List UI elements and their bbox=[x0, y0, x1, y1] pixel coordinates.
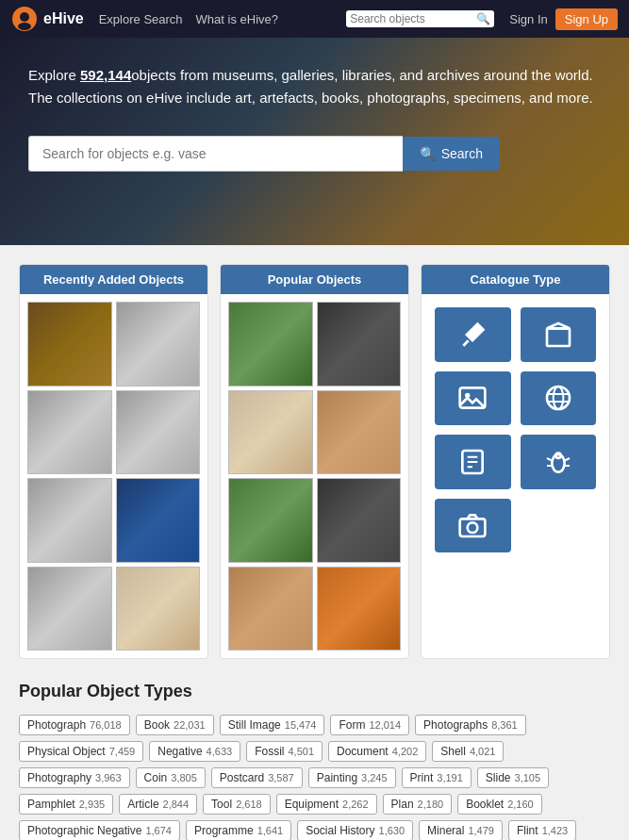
tag-item[interactable]: Mineral 1,479 bbox=[419, 820, 503, 840]
tag-item[interactable]: Painting 3,245 bbox=[308, 767, 396, 788]
nav-what[interactable]: What is eHive? bbox=[196, 12, 278, 26]
tag-item[interactable]: Booklet 2,160 bbox=[457, 794, 542, 815]
tag-label: Pamphlet bbox=[27, 798, 75, 811]
pop-thumb-8[interactable] bbox=[317, 567, 402, 651]
popular-object-types-section: Popular Object Types Photograph 76,018Bo… bbox=[19, 682, 610, 840]
popular-objects-card: Popular Objects bbox=[220, 264, 409, 659]
cat-icon-book[interactable] bbox=[435, 435, 511, 489]
thumb-6[interactable] bbox=[116, 478, 201, 563]
tag-count: 12,014 bbox=[369, 719, 401, 731]
main-content: Recently Added Objects Popular Objects bbox=[0, 245, 629, 840]
tag-count: 2,180 bbox=[418, 799, 444, 810]
tag-item[interactable]: Document 4,202 bbox=[328, 741, 426, 762]
tag-count: 7,459 bbox=[109, 746, 136, 757]
hero-search-input[interactable] bbox=[28, 136, 403, 172]
signin-link[interactable]: Sign In bbox=[509, 12, 547, 26]
tag-label: Shell bbox=[440, 745, 466, 758]
tag-item[interactable]: Print 3,191 bbox=[402, 767, 472, 788]
thumb-7[interactable] bbox=[27, 567, 112, 651]
tag-label: Fossil bbox=[255, 745, 284, 758]
cat-icon-globe[interactable] bbox=[521, 371, 597, 426]
signup-button[interactable]: Sign Up bbox=[555, 8, 618, 30]
catalogue-grid bbox=[422, 294, 609, 566]
tag-count: 3,191 bbox=[437, 772, 463, 783]
tag-item[interactable]: Plan 2,180 bbox=[383, 794, 453, 815]
tag-item[interactable]: Form 12,014 bbox=[330, 715, 409, 735]
thumb-2[interactable] bbox=[116, 302, 201, 387]
nav-auth: Sign In Sign Up bbox=[509, 8, 618, 30]
brand-logo[interactable]: eHive bbox=[11, 6, 84, 32]
tag-item[interactable]: Book 22,031 bbox=[136, 715, 214, 735]
tag-item[interactable]: Fossil 4,501 bbox=[246, 741, 323, 762]
nav-search-icon[interactable]: 🔍 bbox=[476, 12, 490, 25]
thumb-5[interactable] bbox=[27, 478, 112, 563]
svg-line-18 bbox=[564, 458, 569, 461]
object-count-link[interactable]: 592,144 bbox=[80, 67, 131, 83]
cat-icon-box[interactable] bbox=[521, 307, 597, 362]
thumb-4[interactable] bbox=[116, 390, 201, 475]
tag-item[interactable]: Equipment 2,262 bbox=[276, 794, 377, 815]
cat-icon-image[interactable] bbox=[435, 371, 511, 426]
pop-thumb-5[interactable] bbox=[228, 478, 313, 563]
svg-point-1 bbox=[20, 12, 29, 22]
tag-item[interactable]: Coin 3,805 bbox=[136, 767, 206, 788]
nav-explore[interactable]: Explore Search bbox=[99, 12, 183, 26]
tag-label: Booklet bbox=[466, 798, 504, 811]
tag-item[interactable]: Photographs 8,361 bbox=[415, 715, 526, 735]
explore-prefix: Explore bbox=[28, 67, 80, 83]
tag-item[interactable]: Negative 4,633 bbox=[149, 741, 240, 762]
tag-item[interactable]: Photograph 76,018 bbox=[19, 715, 130, 735]
tag-item[interactable]: Still Image 15,474 bbox=[220, 715, 325, 735]
tag-label: Postcard bbox=[220, 771, 264, 784]
navbar: eHive Explore Search What is eHive? 🔍 Si… bbox=[0, 0, 629, 38]
tag-label: Photographs bbox=[423, 718, 488, 732]
tag-item[interactable]: Slide 3,105 bbox=[477, 767, 549, 788]
tag-item[interactable]: Pamphlet 2,935 bbox=[19, 794, 113, 815]
tag-item[interactable]: Shell 4,021 bbox=[432, 741, 504, 762]
hero-search-button[interactable]: 🔍 Search bbox=[403, 137, 500, 171]
tag-count: 3,805 bbox=[171, 772, 197, 783]
tag-item[interactable]: Postcard 3,587 bbox=[211, 767, 303, 788]
pop-thumb-3[interactable] bbox=[228, 390, 313, 475]
tag-item[interactable]: Social History 1,630 bbox=[297, 820, 413, 840]
catalogue-type-header: Catalogue Type bbox=[422, 265, 609, 294]
tag-item[interactable]: Flint 1,423 bbox=[508, 820, 576, 840]
tag-label: Slide bbox=[486, 771, 511, 784]
pop-thumb-2[interactable] bbox=[317, 302, 402, 387]
tag-count: 4,501 bbox=[288, 746, 314, 757]
tag-label: Programme bbox=[194, 824, 254, 837]
tag-count: 2,844 bbox=[163, 799, 190, 810]
pop-thumb-7[interactable] bbox=[228, 567, 313, 651]
nav-search-input[interactable] bbox=[350, 12, 472, 25]
thumb-1[interactable] bbox=[27, 302, 112, 387]
tag-count: 15,474 bbox=[285, 719, 317, 731]
tag-item[interactable]: Programme 1,641 bbox=[186, 820, 291, 840]
svg-point-7 bbox=[547, 387, 570, 409]
tag-label: Form bbox=[339, 718, 365, 732]
tag-item[interactable]: Physical Object 7,459 bbox=[19, 741, 143, 762]
tag-count: 1,423 bbox=[542, 825, 569, 836]
cat-icon-camera[interactable] bbox=[435, 499, 511, 553]
tag-label: Plan bbox=[391, 798, 414, 811]
tag-count: 8,361 bbox=[491, 719, 518, 731]
cat-icon-shovel[interactable] bbox=[435, 307, 511, 362]
tag-count: 22,031 bbox=[174, 719, 206, 731]
tag-label: Document bbox=[337, 745, 389, 758]
cat-icon-bug[interactable] bbox=[521, 435, 597, 489]
pop-thumb-6[interactable] bbox=[317, 478, 402, 563]
tag-count: 4,202 bbox=[392, 746, 419, 757]
recently-added-card: Recently Added Objects bbox=[19, 264, 208, 659]
tag-item[interactable]: Photographic Negative 1,674 bbox=[19, 820, 180, 840]
thumb-8[interactable] bbox=[116, 567, 201, 651]
tag-label: Book bbox=[144, 718, 170, 732]
pop-thumb-1[interactable] bbox=[228, 302, 313, 387]
hero-section: Explore 592,144objects from museums, gal… bbox=[0, 38, 629, 245]
thumb-3[interactable] bbox=[27, 390, 112, 475]
tag-item[interactable]: Article 2,844 bbox=[119, 794, 197, 815]
tag-label: Coin bbox=[144, 771, 168, 784]
tag-item[interactable]: Tool 2,618 bbox=[203, 794, 271, 815]
tag-item[interactable]: Photography 3,963 bbox=[19, 767, 130, 788]
pop-thumb-4[interactable] bbox=[317, 390, 402, 475]
svg-rect-3 bbox=[547, 328, 570, 346]
recently-added-grid bbox=[20, 294, 207, 658]
